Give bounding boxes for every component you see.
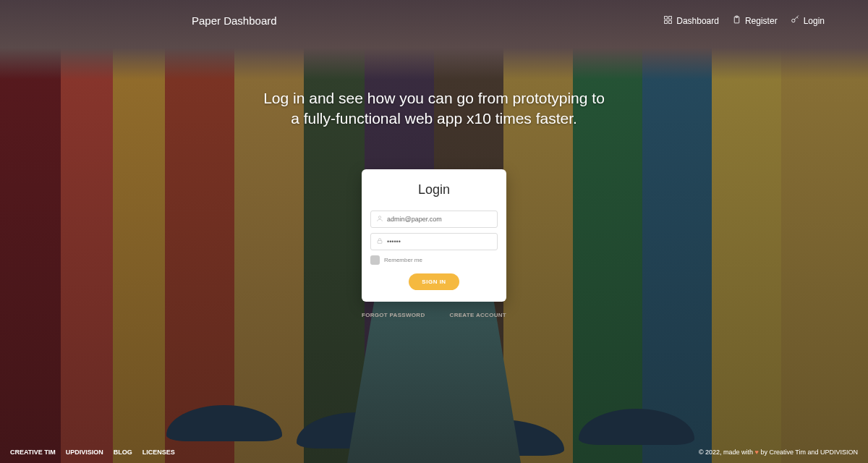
remember-checkbox[interactable]	[370, 255, 380, 265]
clipboard-icon	[732, 15, 741, 27]
footer-links: CREATIVE TIM UPDIVISION BLOG LICENSES	[10, 449, 175, 456]
footer: CREATIVE TIM UPDIVISION BLOG LICENSES © …	[0, 449, 868, 456]
svg-rect-0	[665, 16, 668, 19]
footer-link-licenses[interactable]: LICENSES	[142, 449, 175, 456]
forgot-password-link[interactable]: FORGOT PASSWORD	[362, 312, 425, 318]
svg-point-7	[378, 216, 380, 218]
nav-register-label: Register	[745, 16, 778, 26]
key-icon	[791, 15, 800, 27]
nav-login[interactable]: Login	[791, 15, 825, 27]
nav-dashboard[interactable]: Dashboard	[663, 15, 719, 27]
password-field[interactable]	[387, 238, 492, 245]
navbar: Paper Dashboard Dashboard Register Login	[0, 0, 868, 27]
user-icon	[376, 215, 387, 224]
copyright-prefix: © 2022, made with	[699, 449, 755, 456]
signin-button[interactable]: SIGN IN	[409, 273, 459, 290]
brand-title[interactable]: Paper Dashboard	[192, 14, 277, 27]
hero-line-1: Log in and see how you can go from proto…	[0, 88, 868, 109]
hero-line-2: a fully-functional web app x10 times fas…	[0, 109, 868, 129]
footer-link-updivision[interactable]: UPDIVISION	[66, 449, 103, 456]
nav-login-label: Login	[804, 16, 825, 26]
nav-register[interactable]: Register	[732, 15, 778, 27]
card-title: Login	[370, 182, 498, 197]
grid-icon	[663, 15, 673, 27]
footer-link-creative-tim[interactable]: CREATIVE TIM	[10, 449, 56, 456]
hero-text: Log in and see how you can go from proto…	[0, 88, 868, 129]
email-field[interactable]	[387, 216, 492, 223]
footer-link-blog[interactable]: BLOG	[114, 449, 132, 456]
nav-right: Dashboard Register Login	[663, 15, 825, 27]
decorative-boat	[297, 412, 420, 449]
svg-rect-1	[669, 16, 672, 19]
create-account-link[interactable]: CREATE ACCOUNT	[450, 312, 506, 318]
svg-rect-3	[669, 20, 672, 23]
svg-point-6	[791, 19, 794, 22]
nav-dashboard-label: Dashboard	[676, 16, 719, 26]
remember-label: Remember me	[384, 257, 422, 263]
password-input-group[interactable]	[370, 233, 498, 250]
svg-rect-2	[665, 20, 668, 23]
decorative-boat	[579, 409, 694, 445]
remember-row: Remember me	[370, 255, 498, 265]
copyright-suffix: by Creative Tim and UPDIVISION	[759, 449, 858, 456]
footer-copyright: © 2022, made with ♥ by Creative Tim and …	[699, 449, 858, 456]
email-input-group[interactable]	[370, 211, 498, 228]
below-card-links: FORGOT PASSWORD CREATE ACCOUNT	[362, 312, 506, 318]
decorative-boat	[166, 405, 282, 441]
svg-rect-8	[378, 240, 382, 243]
lock-icon	[376, 237, 387, 246]
login-card: Login Remember me SIGN IN	[362, 169, 506, 302]
